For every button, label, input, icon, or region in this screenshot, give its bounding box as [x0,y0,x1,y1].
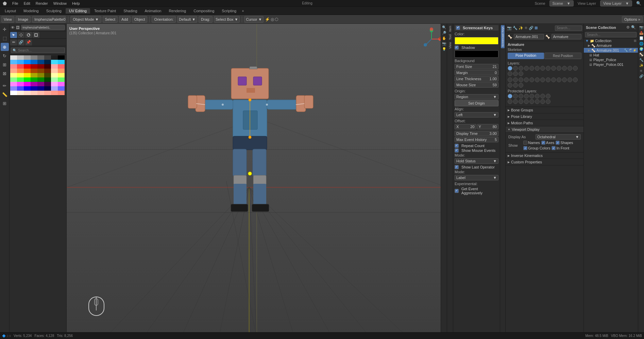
prop-constraint-data-icon[interactable]: 🔗 [639,74,644,78]
display-as-dropdown[interactable]: Octahedral▼ [536,134,581,140]
outliner-item-hat[interactable]: 🖥 Hat [584,53,638,57]
swatch[interactable] [51,86,58,91]
prop-view-layer-icon[interactable]: 📃 [639,36,644,40]
protected-layer-12[interactable] [524,99,529,104]
palette-selector[interactable]: ImphenziaPalette01. [32,16,66,23]
image-menu[interactable]: Image [16,16,31,23]
swatch[interactable] [51,91,58,95]
protected-layer-7[interactable] [540,94,545,99]
swatch[interactable] [44,60,51,64]
motion-paths-section[interactable]: ▶ Motion Paths [506,120,583,126]
viewport-display-section[interactable]: ▼ Viewport Display [506,126,583,133]
swatch[interactable] [10,60,17,64]
layer-28[interactable] [567,77,572,82]
swatch[interactable] [10,86,17,91]
swatch[interactable] [31,73,37,77]
image-icon[interactable]: 🖼 [16,25,20,30]
prop-world-icon[interactable]: 🌍 [639,47,644,51]
layer-21[interactable] [529,77,534,82]
prop-physics-data-icon[interactable]: ⚛ [639,69,643,73]
layer-15[interactable] [513,71,518,76]
swatch[interactable] [10,82,17,86]
shadow-checkbox[interactable] [455,46,459,50]
uv-annotate-btn[interactable]: ✏ [10,39,17,46]
swatch[interactable] [31,64,37,69]
protected-layer-15[interactable] [540,99,545,104]
swatch[interactable] [37,73,44,77]
set-origin-btn[interactable]: Set Origin [455,100,498,106]
outliner-filter-icon[interactable]: ⚙ [626,25,630,30]
cursor-dropdown[interactable]: Cursor▼ [244,16,264,23]
camera-icon[interactable]: 📷 [442,41,446,46]
swatch[interactable] [24,77,31,82]
swatch[interactable] [37,86,44,91]
select-menu[interactable]: Add [119,16,131,23]
font-size-field[interactable]: Font Size 21 [455,64,498,69]
protected-layer-2[interactable] [513,94,518,99]
swatch[interactable] [10,69,17,73]
swatch[interactable] [58,86,65,91]
line-thickness-field[interactable]: Line Thickness 1.00 [455,76,498,82]
swatch[interactable] [10,77,17,82]
mirror-icon[interactable]: ⬡ [275,17,278,22]
armature-name-field[interactable]: Armature.001 [514,34,544,39]
swatch[interactable] [10,55,17,60]
shadow-color-picker[interactable] [455,50,498,58]
swatch[interactable] [17,60,24,64]
swatch[interactable] [58,60,65,64]
swatch[interactable] [24,91,31,95]
swatch[interactable] [44,64,51,69]
tab-shading[interactable]: Shading [120,8,140,14]
menu-render[interactable]: Render [34,1,49,5]
layer-25[interactable] [551,77,556,82]
shapes-checkbox[interactable]: ✓ [556,141,560,145]
screencast-color-picker[interactable] [455,37,498,44]
tool-transform[interactable]: ⊠ [1,69,9,77]
search-icon[interactable]: 🔍 [635,1,643,6]
layer-30[interactable] [508,83,512,88]
layer-29[interactable] [573,77,578,82]
view-layer-dropdown[interactable]: View Layer▼ [600,0,632,6]
swatch[interactable] [10,64,17,69]
protected-layer-3[interactable] [519,94,523,99]
layer-24[interactable] [546,77,550,82]
protected-layer-5[interactable] [529,94,534,99]
nav-gizmo[interactable]: X Y Z [420,27,443,51]
tool-move[interactable]: ⊕ [1,43,9,51]
pose-library-section[interactable]: ▶ Pose Library [506,113,583,120]
swatch[interactable] [17,69,24,73]
swatch[interactable] [58,64,65,69]
offset-x-field[interactable]: X 20 [455,124,476,129]
palette-search-input[interactable] [18,49,63,52]
hand-icon[interactable]: ✋ [442,36,446,40]
swatch[interactable] [58,69,65,73]
uv-pin-btn[interactable]: 📌 [25,39,32,46]
prop-particles-icon[interactable]: ✨ [519,26,523,30]
outliner-item-player-police[interactable]: 🖥 Player_Police [584,57,638,62]
layer-2[interactable] [513,66,518,71]
tool-cursor[interactable]: ✛ [1,25,9,33]
show-mouse-events-checkbox[interactable] [455,148,459,153]
prop-object-icon[interactable]: 📷 [507,26,512,30]
protected-layer-1[interactable] [508,94,512,99]
prop-modifier-icon[interactable]: 🔧 [513,26,518,30]
layer-14[interactable] [508,71,512,76]
swatch[interactable] [44,73,51,77]
menu-help[interactable]: Help [71,1,81,5]
offset-y-field[interactable]: Y 80 [477,124,499,129]
armature-parent-field[interactable]: Armature [552,34,582,39]
swatch[interactable] [31,60,37,64]
protected-layer-6[interactable] [535,94,540,99]
mouse-size-field[interactable]: Mouse Size 59 [455,82,498,88]
layer-13[interactable] [573,66,578,71]
object-mode-dropdown[interactable]: Object Mode▼ [70,16,101,23]
swatch[interactable] [37,82,44,86]
scene-dropdown[interactable]: Scene▼ [549,0,574,6]
group-colors-checkbox[interactable]: ✓ [523,146,527,150]
swatch[interactable] [58,91,65,95]
snap-icon[interactable]: ⚡ [265,17,270,22]
view-icon[interactable]: 👁 [11,25,15,30]
swatch[interactable] [10,91,17,95]
swatch[interactable] [17,64,24,69]
layer-16[interactable] [519,71,523,76]
